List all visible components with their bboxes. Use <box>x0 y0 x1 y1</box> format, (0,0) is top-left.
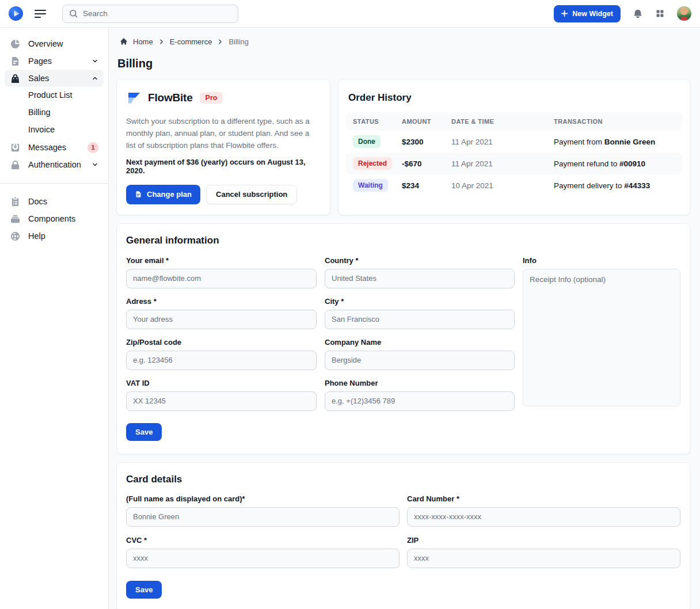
sidebar-item-docs[interactable]: Docs <box>5 193 104 210</box>
breadcrumb-home[interactable]: Home <box>133 37 153 46</box>
subscription-card: FlowBite Pro Switch your subscription to… <box>116 79 330 215</box>
vat-field-group: VAT ID <box>126 379 317 411</box>
sidebar-label: Help <box>28 231 45 241</box>
chevron-down-icon <box>92 161 98 168</box>
cancel-subscription-button[interactable]: Cancel subscription <box>206 185 297 204</box>
cardholder-name-label: (Full name as displayed on card)* <box>126 494 400 503</box>
user-avatar[interactable] <box>676 6 692 21</box>
chevron-right-icon <box>158 39 165 45</box>
cardholder-name-group: (Full name as displayed on card)* <box>126 494 400 527</box>
address-field-group: Adress * <box>126 297 317 329</box>
sidebar-label: Authentication <box>28 160 81 169</box>
sidebar-item-sales[interactable]: Sales <box>5 70 104 87</box>
chevron-up-icon <box>92 75 98 82</box>
search-input[interactable] <box>83 9 231 18</box>
brand-name: FlowBite <box>148 92 193 104</box>
messages-count-badge: 1 <box>88 142 98 153</box>
email-field-group: Your email * <box>126 256 317 288</box>
info-label: Info <box>523 256 680 265</box>
company-label: Company Name <box>325 338 515 347</box>
company-field[interactable] <box>325 351 515 370</box>
transaction-cell: Payment from Bonnie Green <box>554 138 675 146</box>
inbox-icon <box>10 142 21 153</box>
cancel-subscription-label: Cancel subscription <box>216 190 287 199</box>
cvc-field[interactable] <box>126 549 400 568</box>
sidebar-toggle-hamburger-icon[interactable] <box>35 10 46 18</box>
bell-icon <box>633 9 643 19</box>
sidebar-label: Components <box>28 214 75 223</box>
sidebar-divider <box>0 183 108 184</box>
apps-grid-icon <box>655 9 665 18</box>
card-details-card: Card details (Full name as displayed on … <box>116 462 690 609</box>
save-general-info-button[interactable]: Save <box>126 423 162 441</box>
apps-menu-button[interactable] <box>655 9 665 18</box>
new-widget-label: New Widget <box>572 10 613 18</box>
general-information-grid: Your email * Adress * Zip/Postal code VA… <box>126 256 680 420</box>
form-column-info: Info <box>523 256 680 420</box>
date-cell: 10 Apr 2021 <box>451 181 554 190</box>
navbar-actions: New Widget <box>554 5 692 22</box>
subscription-actions: Change plan Cancel subscription <box>126 185 321 204</box>
vat-label: VAT ID <box>126 379 317 387</box>
pie-chart-icon <box>10 39 21 50</box>
amount-cell: $234 <box>402 181 451 190</box>
company-field-group: Company Name <box>325 338 515 370</box>
form-column-middle: Country * City * Company Name Phone Numb… <box>325 256 515 420</box>
general-information-title: General information <box>126 235 680 246</box>
sidebar-item-help[interactable]: Help <box>5 227 104 245</box>
change-plan-button[interactable]: Change plan <box>126 185 200 204</box>
sidebar-item-invoice[interactable]: Invoice <box>5 121 104 139</box>
sidebar-item-authentication[interactable]: Authentication <box>5 156 104 173</box>
notifications-button[interactable] <box>633 9 643 19</box>
column-transaction: TRANSACTION <box>554 118 675 125</box>
address-field[interactable] <box>126 310 317 329</box>
sidebar-item-pages[interactable]: Pages <box>5 52 104 70</box>
sidebar-item-components[interactable]: Components <box>5 210 104 227</box>
card-number-field[interactable] <box>407 507 680 527</box>
sidebar-item-overview[interactable]: Overview <box>5 35 104 52</box>
city-field[interactable] <box>325 310 515 329</box>
life-buoy-icon <box>10 231 21 242</box>
top-navbar: New Widget <box>0 0 700 28</box>
save-card-details-button[interactable]: Save <box>126 581 162 599</box>
vat-field[interactable] <box>126 391 317 411</box>
collection-icon <box>10 214 21 224</box>
amount-cell: $2300 <box>402 138 451 146</box>
main-content: Home E-commerce Billing Billing FlowBite… <box>109 28 700 609</box>
country-field[interactable] <box>325 269 515 288</box>
form-column-left: Your email * Adress * Zip/Postal code VA… <box>126 256 317 420</box>
city-label: City * <box>325 297 515 306</box>
date-cell: 11 Apr 2021 <box>451 159 554 168</box>
status-badge: Done <box>353 135 381 148</box>
transaction-cell: Payment refund to #00910 <box>554 159 675 168</box>
sidebar-item-messages[interactable]: Messages 1 <box>5 139 104 156</box>
column-amount: AMOUNT <box>402 118 451 125</box>
cardholder-name-field[interactable] <box>126 507 400 527</box>
sidebar-item-product-list[interactable]: Product List <box>5 87 104 104</box>
sidebar-label: Messages <box>28 143 66 152</box>
status-badge: Rejected <box>353 157 392 170</box>
phone-field[interactable] <box>325 391 515 411</box>
table-row: Waiting $234 10 Apr 2021 Payment deliver… <box>346 174 682 196</box>
sidebar-label: Pages <box>28 56 52 66</box>
file-icon <box>135 191 142 198</box>
search-icon <box>69 9 78 18</box>
email-field[interactable] <box>126 269 317 288</box>
receipt-info-textarea[interactable] <box>523 269 680 406</box>
zip-field[interactable] <box>126 351 317 370</box>
amount-cell: -$670 <box>402 159 451 168</box>
new-widget-button[interactable]: New Widget <box>554 5 621 22</box>
card-zip-field[interactable] <box>407 549 680 568</box>
breadcrumb: Home E-commerce Billing <box>116 36 690 47</box>
home-icon[interactable] <box>120 37 128 45</box>
app-logo-icon[interactable] <box>8 6 24 21</box>
next-payment-note: Next payment of $36 (yearly) occurs on A… <box>126 158 321 175</box>
card-zip-label: ZIP <box>407 536 680 545</box>
phone-field-group: Phone Number <box>325 379 515 411</box>
sidebar-item-billing[interactable]: Billing <box>5 104 104 121</box>
breadcrumb-ecommerce[interactable]: E-commerce <box>170 37 212 46</box>
top-cards-row: FlowBite Pro Switch your subscription to… <box>116 79 690 215</box>
column-status: STATUS <box>353 118 402 125</box>
page-title: Billing <box>117 57 690 70</box>
global-search <box>62 5 238 23</box>
